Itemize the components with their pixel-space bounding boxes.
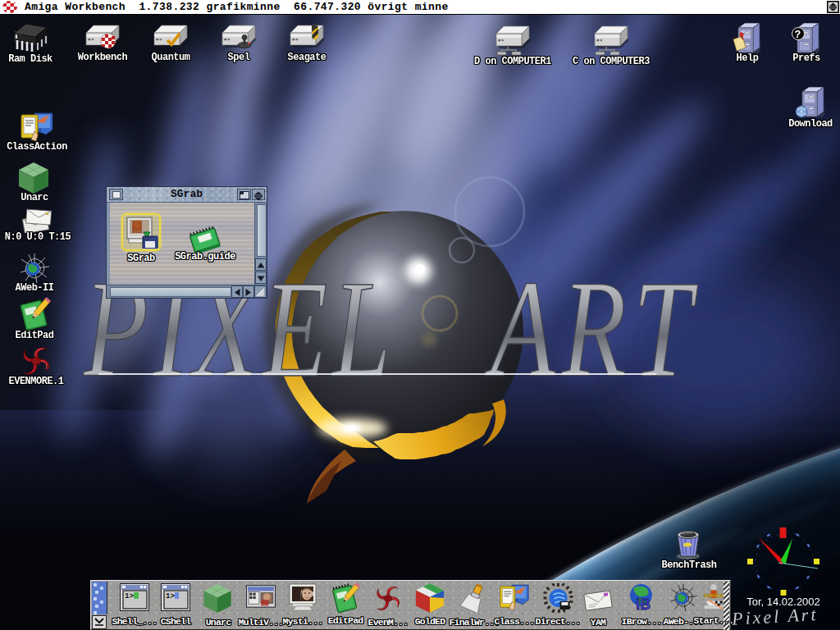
svg-text:ART: ART <box>484 251 698 406</box>
svg-text:?: ? <box>795 29 801 41</box>
